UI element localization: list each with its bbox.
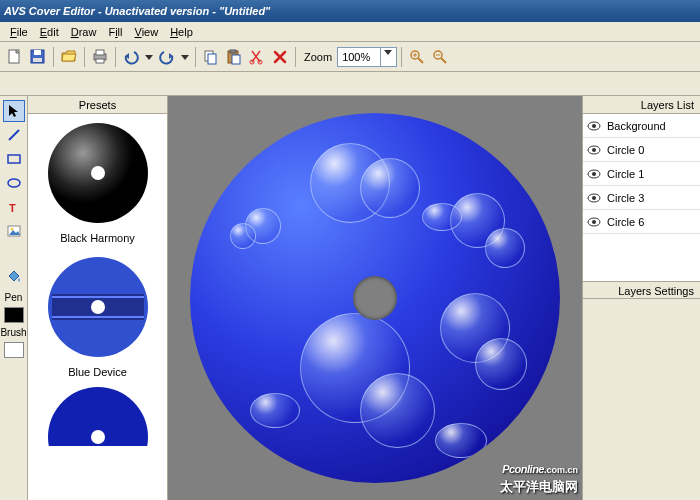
ellipse-tool[interactable] <box>3 172 25 194</box>
paste-button[interactable] <box>223 46 245 68</box>
canvas[interactable]: Pconline.com.cn 太平洋电脑网 <box>168 96 582 500</box>
bucket-tool[interactable] <box>3 266 25 288</box>
text-tool[interactable]: T <box>3 196 25 218</box>
svg-point-28 <box>91 300 105 314</box>
line-tool[interactable] <box>3 124 25 146</box>
preset-thumb[interactable] <box>43 386 153 446</box>
svg-point-36 <box>592 172 596 176</box>
preset-thumb[interactable] <box>43 118 153 228</box>
layer-row[interactable]: Background <box>583 114 700 138</box>
layer-row[interactable]: Circle 1 <box>583 162 700 186</box>
work-area: T Pen Brush Presets Black Harmony Blue D… <box>0 96 700 500</box>
svg-text:T: T <box>9 202 16 214</box>
svg-point-34 <box>592 148 596 152</box>
canvas-container: Pconline.com.cn 太平洋电脑网 <box>168 96 582 500</box>
undo-dropdown[interactable] <box>143 46 155 68</box>
brush-color-swatch[interactable] <box>4 342 24 358</box>
layer-name: Background <box>607 120 666 132</box>
menu-fill[interactable]: Fill <box>102 24 128 40</box>
layers-settings-header: Layers Settings <box>583 281 700 299</box>
main-toolbar: Zoom 100% <box>0 42 700 72</box>
layer-name: Circle 6 <box>607 216 644 228</box>
svg-rect-11 <box>232 55 240 64</box>
print-button[interactable] <box>89 46 111 68</box>
eye-icon[interactable] <box>587 167 601 181</box>
toolbox: T Pen Brush <box>0 96 28 500</box>
eye-icon[interactable] <box>587 215 601 229</box>
redo-button[interactable] <box>156 46 178 68</box>
svg-rect-8 <box>208 54 216 64</box>
menu-file[interactable]: File <box>4 24 34 40</box>
svg-point-18 <box>8 179 20 187</box>
layers-panel: Layers List Background Circle 0 Circle 1… <box>582 96 700 500</box>
presets-list[interactable]: Black Harmony Blue Device <box>28 114 167 500</box>
select-tool[interactable] <box>3 100 25 122</box>
save-button[interactable] <box>27 46 49 68</box>
menu-bar: File Edit Draw Fill View Help <box>0 22 700 42</box>
title-bar: AVS Cover Editor - Unactivated version -… <box>0 0 700 22</box>
preset-thumb[interactable] <box>43 252 153 362</box>
menu-edit[interactable]: Edit <box>34 24 65 40</box>
menu-help[interactable]: Help <box>164 24 199 40</box>
layer-name: Circle 0 <box>607 144 644 156</box>
menu-draw[interactable]: Draw <box>65 24 103 40</box>
svg-point-40 <box>592 220 596 224</box>
image-tool[interactable] <box>3 220 25 242</box>
layer-row[interactable]: Circle 0 <box>583 138 700 162</box>
open-button[interactable] <box>58 46 80 68</box>
window-title: AVS Cover Editor - Unactivated version -… <box>4 5 270 17</box>
svg-rect-2 <box>34 50 41 55</box>
svg-point-38 <box>592 196 596 200</box>
svg-rect-10 <box>230 50 236 53</box>
presets-header: Presets <box>28 96 167 114</box>
zoom-label: Zoom <box>304 51 332 63</box>
watermark: Pconline.com.cn 太平洋电脑网 <box>500 457 578 496</box>
layers-header: Layers List <box>583 96 700 114</box>
menu-view[interactable]: View <box>128 24 164 40</box>
svg-point-32 <box>592 124 596 128</box>
cut-button[interactable] <box>246 46 268 68</box>
svg-rect-6 <box>96 59 104 63</box>
layer-row[interactable]: Circle 6 <box>583 210 700 234</box>
zoom-select[interactable]: 100% <box>337 47 397 67</box>
eye-icon[interactable] <box>587 191 601 205</box>
brush-label: Brush <box>0 327 26 338</box>
preset-name: Blue Device <box>68 366 127 378</box>
svg-rect-27 <box>52 316 144 318</box>
delete-button[interactable] <box>269 46 291 68</box>
pen-color-swatch[interactable] <box>4 307 24 323</box>
layer-name: Circle 1 <box>607 168 644 180</box>
preset-name: Black Harmony <box>60 232 135 244</box>
svg-rect-3 <box>33 58 42 62</box>
disc-preview <box>190 113 560 483</box>
redo-dropdown[interactable] <box>179 46 191 68</box>
eye-icon[interactable] <box>587 119 601 133</box>
undo-button[interactable] <box>120 46 142 68</box>
svg-rect-26 <box>52 296 144 298</box>
layer-name: Circle 3 <box>607 192 644 204</box>
svg-rect-5 <box>96 50 104 55</box>
disc-hole <box>353 276 397 320</box>
eye-icon[interactable] <box>587 143 601 157</box>
layers-list: Background Circle 0 Circle 1 Circle 3 Ci… <box>583 114 700 281</box>
copy-button[interactable] <box>200 46 222 68</box>
svg-point-30 <box>91 430 105 444</box>
zoom-in-button[interactable] <box>406 46 428 68</box>
svg-point-23 <box>91 166 105 180</box>
presets-panel: Presets Black Harmony Blue Device <box>28 96 168 500</box>
new-button[interactable] <box>4 46 26 68</box>
pen-label: Pen <box>5 292 23 303</box>
rectangle-tool[interactable] <box>3 148 25 170</box>
options-toolbar <box>0 72 700 96</box>
layer-row[interactable]: Circle 3 <box>583 186 700 210</box>
svg-rect-17 <box>8 155 20 163</box>
zoom-out-button[interactable] <box>429 46 451 68</box>
svg-line-16 <box>9 130 19 140</box>
